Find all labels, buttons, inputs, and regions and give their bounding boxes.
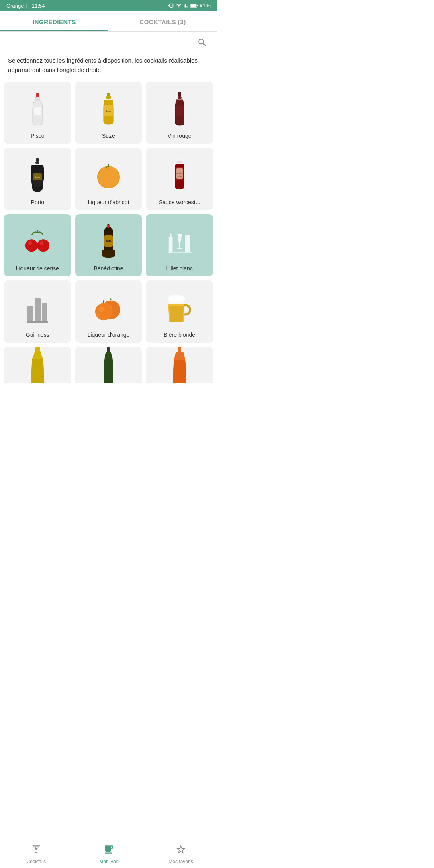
ingredient-liqueur-orange[interactable]: Liqueur d'orange bbox=[75, 280, 142, 343]
orange-bottle-partial bbox=[172, 347, 187, 383]
biere-image bbox=[166, 291, 194, 327]
ingredient-lillet-blanc[interactable]: Lillet blanc bbox=[146, 214, 213, 276]
svg-point-27 bbox=[25, 239, 38, 252]
svg-rect-55 bbox=[168, 302, 185, 304]
svg-rect-6 bbox=[107, 93, 110, 97]
svg-rect-10 bbox=[178, 92, 181, 97]
svg-rect-1 bbox=[197, 5, 198, 6]
yellow-bottle-partial bbox=[31, 347, 45, 383]
ingredients-grid: Pisco Suze Suze Vin rouge bbox=[0, 82, 217, 347]
lillet-label: Lillet blanc bbox=[166, 265, 193, 272]
ingredient-benedictine[interactable]: B&D Bénédictine bbox=[75, 214, 142, 276]
svg-rect-5 bbox=[34, 107, 41, 115]
porto-label: Porto bbox=[31, 199, 44, 205]
suze-image: Suze bbox=[94, 92, 123, 128]
sauce-image: WORCE SHIRE bbox=[166, 158, 194, 194]
biere-label: Bière blonde bbox=[164, 332, 195, 338]
svg-point-35 bbox=[107, 225, 110, 228]
orange-image bbox=[94, 291, 123, 327]
ingredient-liqueur-cerise[interactable]: Liqueur de cerise bbox=[4, 214, 71, 276]
svg-text:Suze: Suze bbox=[106, 110, 112, 112]
pisco-image bbox=[23, 92, 51, 128]
lillet-image bbox=[166, 224, 194, 260]
sauce-svg: WORCE SHIRE bbox=[172, 158, 187, 194]
ingredient-vin-rouge[interactable]: Vin rouge bbox=[146, 82, 213, 144]
svg-point-54 bbox=[178, 295, 184, 302]
suze-bottle-svg: Suze bbox=[100, 93, 117, 127]
svg-rect-2 bbox=[190, 4, 196, 7]
champagne-partial bbox=[102, 347, 115, 383]
signal-icon bbox=[184, 3, 188, 8]
svg-rect-42 bbox=[168, 252, 192, 253]
vin-rouge-image bbox=[166, 92, 194, 128]
sauce-label: Sauce worcest... bbox=[159, 199, 201, 205]
search-icon bbox=[197, 37, 207, 48]
biere-svg bbox=[166, 294, 193, 324]
search-row bbox=[0, 32, 217, 53]
search-button[interactable] bbox=[195, 36, 209, 51]
svg-rect-21 bbox=[177, 161, 182, 163]
tab-cocktails[interactable]: COCKTAILS (3) bbox=[108, 11, 217, 31]
time: 11:54 bbox=[32, 3, 45, 9]
orange-svg bbox=[94, 296, 123, 322]
svg-point-29 bbox=[37, 239, 49, 252]
description-text: Selectionnez tous les ingrédients à disp… bbox=[0, 53, 217, 82]
ingredient-guinness[interactable]: Guinness bbox=[4, 280, 71, 343]
carrier: Orange F bbox=[6, 3, 29, 9]
svg-rect-7 bbox=[106, 96, 111, 99]
svg-rect-46 bbox=[27, 321, 48, 323]
guinness-label: Guinness bbox=[26, 332, 49, 338]
svg-rect-56 bbox=[35, 347, 40, 352]
svg-rect-45 bbox=[42, 303, 47, 322]
pisco-label: Pisco bbox=[31, 133, 44, 139]
svg-text:Porto: Porto bbox=[35, 176, 40, 178]
svg-point-49 bbox=[95, 303, 113, 320]
abricot-image bbox=[94, 158, 123, 194]
svg-text:WORCE: WORCE bbox=[176, 173, 183, 175]
svg-rect-20 bbox=[178, 158, 182, 162]
ingredient-suze[interactable]: Suze Suze bbox=[75, 82, 142, 144]
porto-image: Porto bbox=[23, 158, 51, 194]
ingredient-porto[interactable]: Porto Porto bbox=[4, 148, 71, 210]
guinness-svg bbox=[25, 294, 49, 324]
svg-point-50 bbox=[99, 307, 105, 312]
pisco-bottle-svg bbox=[29, 93, 47, 127]
ingredient-pisco[interactable]: Pisco bbox=[4, 82, 71, 144]
svg-rect-39 bbox=[179, 243, 180, 248]
svg-rect-44 bbox=[35, 298, 41, 322]
svg-point-19 bbox=[98, 166, 119, 188]
ingredient-sauce-worcest[interactable]: WORCE SHIRE Sauce worcest... bbox=[146, 148, 213, 210]
svg-rect-13 bbox=[36, 158, 39, 162]
svg-rect-43 bbox=[27, 306, 33, 322]
tab-ingredients[interactable]: INGREDIENTS bbox=[0, 11, 108, 31]
svg-point-30 bbox=[40, 241, 44, 245]
vin-rouge-svg bbox=[173, 92, 186, 128]
svg-rect-11 bbox=[178, 97, 182, 99]
svg-text:B&D: B&D bbox=[106, 240, 111, 242]
cerise-label: Liqueur de cerise bbox=[16, 265, 59, 272]
ingredient-biere-blonde[interactable]: Bière blonde bbox=[146, 280, 213, 343]
porto-svg: Porto bbox=[29, 158, 45, 194]
partial-item-1 bbox=[4, 347, 71, 383]
svg-rect-36 bbox=[168, 237, 172, 252]
cerise-svg bbox=[23, 228, 51, 257]
status-icons: 94 % bbox=[168, 3, 211, 8]
cerise-image bbox=[23, 224, 51, 260]
benedictine-image: B&D bbox=[94, 224, 123, 260]
suze-label: Suze bbox=[102, 133, 115, 139]
svg-rect-14 bbox=[35, 162, 39, 164]
lillet-svg bbox=[166, 228, 194, 257]
abricot-label: Liqueur d'abricot bbox=[88, 199, 129, 205]
vin-rouge-label: Vin rouge bbox=[168, 133, 192, 139]
wifi-icon bbox=[176, 3, 182, 8]
abricot-svg bbox=[94, 162, 123, 190]
svg-rect-41 bbox=[185, 235, 190, 252]
status-bar: Orange F 11:54 94 % bbox=[0, 0, 217, 11]
svg-rect-12 bbox=[176, 106, 183, 116]
orange-label: Liqueur d'orange bbox=[88, 332, 130, 338]
svg-rect-37 bbox=[170, 234, 171, 238]
svg-text:SHIRE: SHIRE bbox=[177, 175, 182, 177]
svg-rect-57 bbox=[107, 347, 110, 352]
vibrate-icon bbox=[168, 3, 174, 8]
ingredient-liqueur-abricot[interactable]: Liqueur d'abricot bbox=[75, 148, 142, 210]
